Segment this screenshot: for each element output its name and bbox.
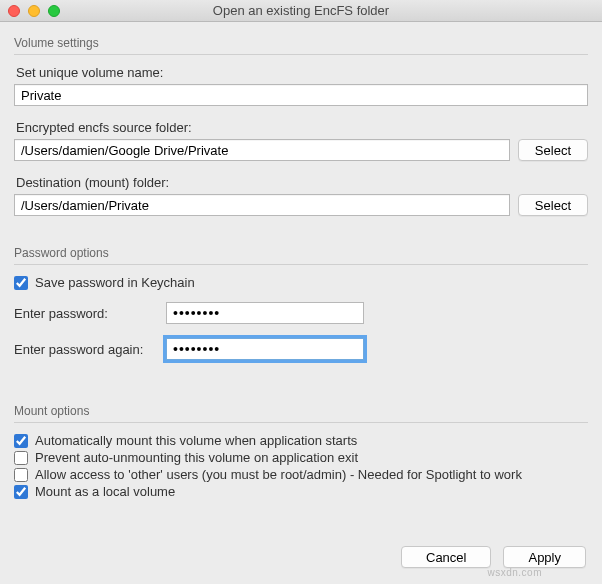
enter-password-again-input[interactable]	[166, 338, 364, 360]
prevent-unmount-checkbox[interactable]	[14, 451, 28, 465]
minimize-icon[interactable]	[28, 5, 40, 17]
allow-other-label[interactable]: Allow access to 'other' users (you must …	[35, 467, 522, 482]
cancel-button[interactable]: Cancel	[401, 546, 491, 568]
window-title: Open an existing EncFS folder	[0, 3, 602, 18]
group-password-options: Password options Save password in Keycha…	[14, 246, 588, 360]
footer: Cancel Apply	[401, 546, 586, 568]
group-mount-options: Mount options Automatically mount this v…	[14, 404, 588, 499]
zoom-icon[interactable]	[48, 5, 60, 17]
auto-mount-label[interactable]: Automatically mount this volume when app…	[35, 433, 357, 448]
label-dest-folder: Destination (mount) folder:	[16, 175, 588, 190]
group-title-mount: Mount options	[14, 404, 588, 418]
local-volume-checkbox[interactable]	[14, 485, 28, 499]
divider	[14, 54, 588, 55]
label-source-folder: Encrypted encfs source folder:	[16, 120, 588, 135]
apply-button[interactable]: Apply	[503, 546, 586, 568]
prevent-unmount-label[interactable]: Prevent auto-unmounting this volume on a…	[35, 450, 358, 465]
window-controls	[8, 5, 60, 17]
divider	[14, 264, 588, 265]
watermark: wsxdn.com	[487, 567, 542, 578]
local-volume-label[interactable]: Mount as a local volume	[35, 484, 175, 499]
titlebar: Open an existing EncFS folder	[0, 0, 602, 22]
label-volume-name: Set unique volume name:	[16, 65, 588, 80]
label-enter-password-again: Enter password again:	[14, 342, 158, 357]
source-folder-input[interactable]	[14, 139, 510, 161]
group-volume-settings: Volume settings Set unique volume name: …	[14, 36, 588, 216]
close-icon[interactable]	[8, 5, 20, 17]
divider	[14, 422, 588, 423]
label-enter-password: Enter password:	[14, 306, 158, 321]
save-keychain-label[interactable]: Save password in Keychain	[35, 275, 195, 290]
enter-password-input[interactable]	[166, 302, 364, 324]
allow-other-checkbox[interactable]	[14, 468, 28, 482]
group-title-volume: Volume settings	[14, 36, 588, 50]
volume-name-input[interactable]	[14, 84, 588, 106]
dest-folder-input[interactable]	[14, 194, 510, 216]
select-dest-button[interactable]: Select	[518, 194, 588, 216]
auto-mount-checkbox[interactable]	[14, 434, 28, 448]
select-source-button[interactable]: Select	[518, 139, 588, 161]
save-keychain-checkbox[interactable]	[14, 276, 28, 290]
group-title-password: Password options	[14, 246, 588, 260]
